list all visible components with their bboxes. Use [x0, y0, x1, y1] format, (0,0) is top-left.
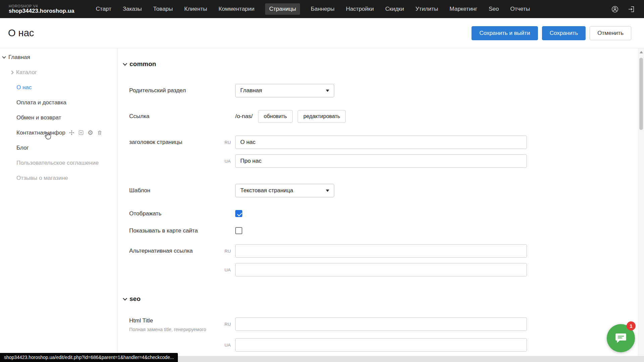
- nav-item-clients[interactable]: Клиенты: [184, 3, 208, 15]
- tree-item-exchange-return[interactable]: Обмен и возврат: [0, 110, 117, 125]
- nav-item-banners[interactable]: Баннеры: [310, 3, 335, 15]
- app-window: HOROSHOP V4 shop34423.horoshop.ua Старт …: [0, 0, 644, 362]
- page-title-ua-row: UA: [129, 154, 638, 168]
- brand-version: HOROSHOP V4: [9, 4, 75, 8]
- lang-badge-ua: UA: [225, 342, 231, 347]
- lang-badge-ua: UA: [225, 267, 231, 272]
- html-title-hint: Полная замена title, генерируемого: [129, 327, 235, 333]
- drag-move-icon[interactable]: [69, 130, 75, 136]
- tree-item-store-reviews[interactable]: Отзывы о магазине: [0, 170, 117, 186]
- scrollbar-up-arrow-icon[interactable]: [640, 51, 643, 53]
- link-path: /o-nas/: [235, 113, 253, 120]
- link-refresh-button[interactable]: обновить: [258, 110, 293, 123]
- html-title-input-ua[interactable]: [235, 338, 527, 352]
- header-actions: Сохранить и выйти Сохранить Отменить: [472, 26, 631, 40]
- html-title-label: Html Title: [129, 317, 235, 324]
- nav-item-pages[interactable]: Страницы: [265, 3, 300, 15]
- section-title: seo: [130, 295, 141, 303]
- lang-badge-ru: RU: [225, 140, 231, 145]
- top-navbar: HOROSHOP V4 shop34423.horoshop.ua Старт …: [0, 0, 644, 18]
- section-common-header[interactable]: common: [123, 60, 638, 68]
- tree-item-catalog[interactable]: Каталог: [0, 65, 117, 80]
- tree-item-home[interactable]: Главная: [0, 50, 117, 65]
- select-value: Текстовая страница: [240, 187, 293, 194]
- delete-trash-icon[interactable]: [97, 130, 102, 136]
- nav-item-marketing[interactable]: Маркетинг: [449, 3, 478, 15]
- caret-down-icon: [326, 190, 329, 192]
- field-label: Шаблон: [129, 187, 235, 194]
- field-label: заголовок страницы: [129, 139, 235, 146]
- section-title: common: [130, 60, 156, 68]
- nav-item-utilities[interactable]: Утилиты: [415, 3, 439, 15]
- tree-item-label: О нас: [16, 84, 32, 91]
- status-bar-link: shop34423.horoshop.ua/edit/edit.php?id=6…: [0, 353, 178, 362]
- display-checkbox[interactable]: [235, 210, 242, 217]
- tree-item-about[interactable]: О нас: [0, 80, 117, 95]
- alt-link-input-ua[interactable]: [235, 263, 527, 276]
- tree-item-label: Пользовательское соглашение: [16, 160, 99, 166]
- tree-item-actions: ⚙: [69, 130, 102, 136]
- link-row: Ссылка /o-nas/ обновить редактировать: [129, 110, 638, 123]
- save-exit-button[interactable]: Сохранить и выйти: [472, 26, 538, 40]
- chevron-down-icon[interactable]: [2, 55, 6, 58]
- html-title-input-ru[interactable]: [235, 317, 527, 331]
- nav-item-orders[interactable]: Заказы: [122, 3, 143, 15]
- select-value: Главная: [240, 87, 262, 94]
- alt-link-ua-row: UA: [129, 263, 638, 276]
- nav-item-settings[interactable]: Настройки: [345, 3, 375, 15]
- nav-item-products[interactable]: Товары: [153, 3, 174, 15]
- nav-item-discounts[interactable]: Скидки: [385, 3, 405, 15]
- brand[interactable]: HOROSHOP V4 shop34423.horoshop.ua: [9, 4, 75, 14]
- tree-item-user-agreement[interactable]: Пользовательское соглашение: [0, 155, 117, 170]
- nav-item-start[interactable]: Старт: [95, 3, 112, 15]
- field-label: Альтернативная ссылка: [129, 248, 235, 254]
- field-label: Показывать в карте сайта: [129, 227, 235, 234]
- tree-item-label: Оплата и доставка: [16, 99, 66, 106]
- nav-item-comments[interactable]: Комментарии: [218, 3, 255, 15]
- nav-item-seo[interactable]: Seo: [488, 3, 499, 15]
- page-title-input-ua[interactable]: [235, 154, 527, 168]
- alt-link-input-ru[interactable]: [235, 244, 527, 258]
- chat-button[interactable]: 1: [607, 324, 635, 352]
- display-row: Отображать: [129, 210, 638, 217]
- tree-item-payment-delivery[interactable]: Оплата и доставка: [0, 95, 117, 110]
- edit-form: common Родительский раздел Главная Ссылк…: [118, 48, 638, 362]
- alt-link-ru-row: Альтернативная ссылка RU: [129, 244, 638, 258]
- tree-item-label: Отзывы о магазине: [16, 175, 68, 182]
- parent-section-row: Родительский раздел Главная: [129, 84, 638, 97]
- parent-section-select[interactable]: Главная: [235, 84, 334, 97]
- link-edit-button[interactable]: редактировать: [298, 110, 346, 123]
- section-seo-header[interactable]: seo: [123, 295, 638, 303]
- field-label: Отображать: [129, 210, 235, 217]
- tree-item-label: Главная: [8, 54, 30, 61]
- save-button[interactable]: Сохранить: [542, 26, 586, 40]
- chat-unread-badge: 1: [627, 321, 636, 330]
- tree-item-label: Каталог: [16, 69, 37, 76]
- cancel-button[interactable]: Отменить: [590, 26, 631, 40]
- page-header: О нас Сохранить и выйти Сохранить Отмени…: [0, 18, 644, 48]
- chat-bubble-icon: [614, 331, 628, 345]
- scrollbar[interactable]: [638, 48, 644, 362]
- tree-item-contacts[interactable]: Контактная инфор ⚙: [0, 125, 117, 140]
- nav-item-reports[interactable]: Отчеты: [509, 3, 531, 15]
- page-tree-sidebar: Главная Каталог О нас Оплата и доставка …: [0, 48, 118, 362]
- scrollbar-thumb[interactable]: [639, 58, 643, 130]
- field-label: Html Title Полная замена title, генериру…: [129, 317, 235, 333]
- brand-domain: shop34423.horoshop.ua: [9, 8, 75, 14]
- settings-gear-icon[interactable]: ⚙: [88, 130, 93, 136]
- caret-down-icon: [326, 90, 329, 92]
- tree-item-blog[interactable]: Блог: [0, 140, 117, 155]
- chevron-right-icon[interactable]: [10, 70, 13, 74]
- sitemap-checkbox[interactable]: [235, 227, 242, 234]
- template-row: Шаблон Текстовая страница: [129, 184, 638, 197]
- template-select[interactable]: Текстовая страница: [235, 184, 334, 197]
- field-label: Ссылка: [129, 113, 235, 120]
- logout-icon[interactable]: [628, 5, 635, 13]
- chevron-down-icon: [123, 61, 127, 66]
- tree-item-label: Обмен и возврат: [16, 114, 61, 121]
- page-title: О нас: [8, 28, 34, 39]
- field-label: Родительский раздел: [129, 87, 235, 94]
- account-icon[interactable]: [611, 5, 619, 13]
- page-title-input-ru[interactable]: [235, 136, 527, 149]
- add-page-icon[interactable]: [78, 130, 84, 136]
